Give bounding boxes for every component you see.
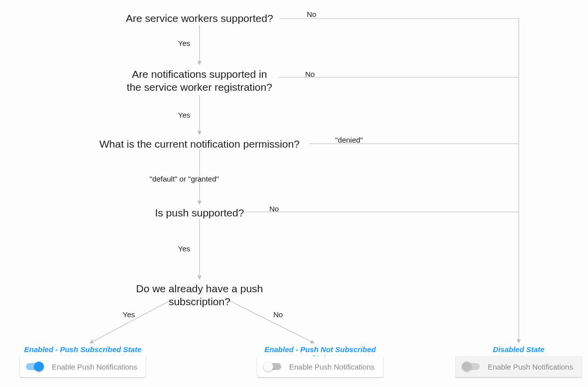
question-text-line1: Are notifications supported in xyxy=(132,68,267,80)
question-text: Are service workers supported? xyxy=(126,12,273,24)
flowchart-connectors xyxy=(0,0,588,387)
question-text-line2: the service worker registration? xyxy=(127,81,272,93)
toggle-label: Enable Push Notifications xyxy=(289,363,375,371)
edge-yes: Yes xyxy=(123,310,135,319)
edge-no: No xyxy=(305,70,315,78)
state-card-not-subscribed: Enable Push Notifications xyxy=(257,356,383,377)
edge-no: No xyxy=(269,204,279,213)
toggle-label: Enable Push Notifications xyxy=(52,363,137,371)
state-title-disabled: Disabled State xyxy=(456,345,582,354)
edge-yes: Yes xyxy=(178,244,190,253)
question-notifications-supported: Are notifications supported in the servi… xyxy=(122,68,277,94)
edge-default-or-granted: "default" or "granted" xyxy=(150,175,219,183)
question-permission: What is the current notification permiss… xyxy=(92,138,307,151)
edge-yes: Yes xyxy=(178,39,190,47)
toggle-disabled-icon xyxy=(462,363,480,370)
toggle-off-icon[interactable] xyxy=(263,363,281,370)
toggle-label: Enable Push Notifications xyxy=(488,363,573,371)
question-service-workers: Are service workers supported? xyxy=(120,12,279,25)
state-card-subscribed: Enable Push Notifications xyxy=(20,356,146,377)
edge-no: No xyxy=(273,310,283,319)
edge-denied: "denied" xyxy=(335,136,363,144)
question-text: Is push supported? xyxy=(155,207,244,218)
state-title-subscribed: Enabled - Push Subscribed State xyxy=(20,345,146,354)
question-text: What is the current notification permiss… xyxy=(99,138,300,150)
question-text: Do we already have a push subscription? xyxy=(136,283,263,307)
toggle-on-icon[interactable] xyxy=(26,363,44,370)
question-have-subscription: Do we already have a push subscription? xyxy=(106,282,293,309)
question-push-supported: Is push supported? xyxy=(155,206,244,219)
edge-yes: Yes xyxy=(178,111,190,119)
state-card-disabled: Enable Push Notifications xyxy=(456,356,582,377)
edge-no: No xyxy=(307,10,316,18)
